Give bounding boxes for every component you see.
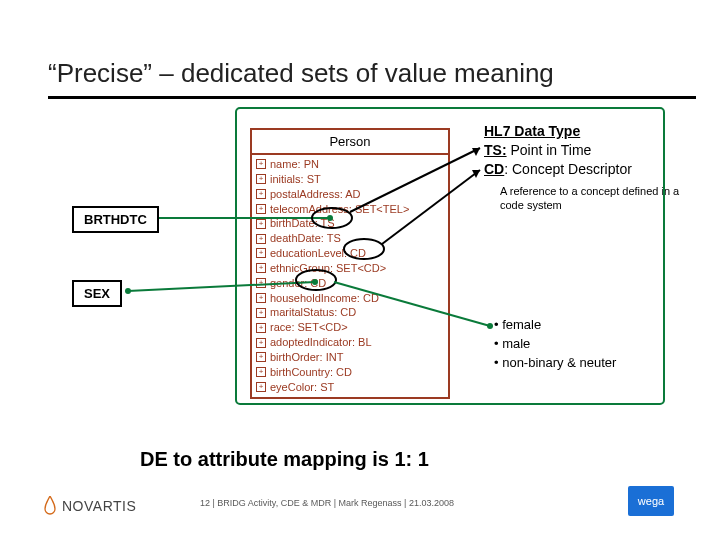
uml-attr: +race: SET<CD> <box>252 320 448 335</box>
uml-attr: +deathDate: TS <box>252 231 448 246</box>
label-sex: SEX <box>72 280 122 307</box>
wega-logo: wega <box>628 486 674 516</box>
svg-marker-11 <box>472 148 480 156</box>
uml-attr: +birthCountry: CD <box>252 365 448 380</box>
uml-attr: +gender: CD <box>252 276 448 291</box>
gender-values: female male non-binary & neuter <box>494 316 616 373</box>
uml-attr: +adoptedIndicator: BL <box>252 335 448 350</box>
uml-attr: +householdIncome: CD <box>252 291 448 306</box>
footer-text: 12 | BRIDG Activity, CDE & MDR | Mark Re… <box>200 498 454 508</box>
label-brthdtc: BRTHDTC <box>72 206 159 233</box>
uml-attr: +birthOrder: INT <box>252 350 448 365</box>
novartis-flame-icon <box>42 496 58 516</box>
uml-attr: +eyeColor: ST <box>252 380 448 395</box>
uml-attr: +name: PN <box>252 157 448 172</box>
uml-attr: +telecomAddress: SET<TEL> <box>252 202 448 217</box>
uml-attr: +maritalStatus: CD <box>252 305 448 320</box>
uml-attr: +postalAddress: AD <box>252 187 448 202</box>
svg-marker-13 <box>472 170 480 178</box>
uml-attribute-list: +name: PN +initials: ST +postalAddress: … <box>252 155 448 397</box>
value-nonbinary: non-binary & neuter <box>494 354 616 373</box>
novartis-logo: NOVARTIS <box>42 496 136 516</box>
uml-person-box: Person +name: PN +initials: ST +postalAd… <box>250 128 450 399</box>
hl7-title: HL7 Data Type <box>484 122 632 141</box>
mapping-caption: DE to attribute mapping is 1: 1 <box>140 448 429 471</box>
hl7-cd: CD: Concept Descriptor <box>484 160 632 179</box>
value-male: male <box>494 335 616 354</box>
hl7-sub-text: A reference to a concept defined in a co… <box>500 184 690 213</box>
uml-header: Person <box>252 130 448 155</box>
svg-point-5 <box>125 288 131 294</box>
uml-attr: +initials: ST <box>252 172 448 187</box>
hl7-data-type-block: HL7 Data Type TS: TS: Point in TimePoint… <box>484 122 632 179</box>
hl7-ts: TS: TS: Point in TimePoint in Time <box>484 141 632 160</box>
novartis-text: NOVARTIS <box>62 498 136 514</box>
value-female: female <box>494 316 616 335</box>
uml-attr: +ethnicGroup: SET<CD> <box>252 261 448 276</box>
slide-title: “Precise” – dedicated sets of value mean… <box>48 58 554 89</box>
uml-attr: +educationLevel: CD <box>252 246 448 261</box>
title-underline <box>48 96 696 99</box>
svg-point-15 <box>487 323 493 329</box>
uml-attr: +birthDate: TS <box>252 216 448 231</box>
